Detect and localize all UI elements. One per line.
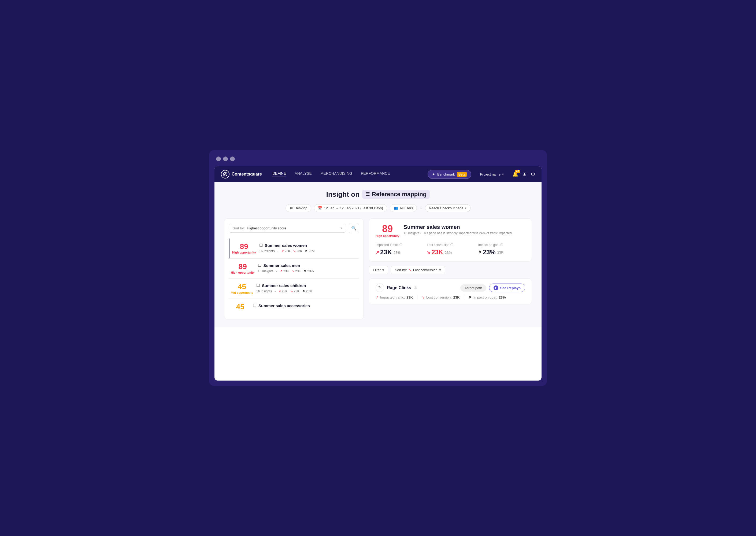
flag-icon: ⚑ bbox=[302, 289, 305, 293]
insight-actions: Target path ▶ See Replays bbox=[460, 284, 525, 292]
add-filter-button[interactable]: + bbox=[420, 206, 422, 211]
page-name-3: Summer sales children bbox=[262, 283, 306, 288]
chevron-down-icon: ▾ bbox=[502, 172, 504, 176]
arrow-up-icon: ↗ bbox=[278, 289, 281, 293]
insight-header: 🖱 Rage Clicks ⓘ Target path ▶ See Replay… bbox=[376, 284, 525, 292]
stat1-val-1: 23K bbox=[285, 249, 290, 253]
nav-links: DEFINE ANALYSE MERCHANDISING PERFORMANCE bbox=[272, 171, 419, 177]
title-prefix: Insight on bbox=[326, 190, 360, 199]
insight-metric-1: ↗ Impacted traffic: 23K bbox=[376, 295, 417, 299]
metric-label-2: Lost conversion ⓘ bbox=[427, 243, 474, 247]
browser-dot-2 bbox=[223, 156, 228, 161]
page-icon-1: ☐ bbox=[259, 243, 263, 248]
metric-label-text-3: Impact on goal bbox=[478, 243, 499, 247]
flag-icon: ⚑ bbox=[468, 295, 472, 299]
page-info-1: ☐ Summer sales women 16 Insights - ↗ 23K bbox=[259, 243, 357, 253]
score-col-3: 45 Mid opportunity bbox=[231, 283, 253, 294]
arrow-up-icon: ↗ bbox=[281, 249, 284, 253]
filters-row: 🖥 Desktop 📅 12 Jan → 12 Feb 2021 (Last 3… bbox=[224, 204, 532, 212]
nav-link-analyse[interactable]: ANALYSE bbox=[294, 171, 312, 177]
metric-main-val-2: 23K bbox=[431, 249, 443, 256]
insight-sort-button[interactable]: Sort by: ↘ Lost conversion ▾ bbox=[391, 266, 445, 274]
flag-icon-3: ⚑ bbox=[478, 250, 482, 254]
info-icon-1[interactable]: ⓘ bbox=[399, 243, 402, 247]
nav-logo[interactable]: Contentsquare bbox=[221, 170, 264, 179]
arrow-down-icon: ↘ bbox=[422, 295, 425, 299]
arrow-down-icon: ↘ bbox=[292, 269, 294, 273]
metric-block-3: Impact on goal ⓘ ⚑ 23% 23K bbox=[478, 243, 525, 256]
sort-select[interactable]: Sort by: Highest opportunity score ▾ bbox=[229, 224, 346, 233]
score-num-3: 45 bbox=[231, 283, 253, 290]
info-icon-2[interactable]: ⓘ bbox=[450, 243, 453, 247]
info-icon-3[interactable]: ⓘ bbox=[500, 243, 503, 247]
chevron-down-icon: ▾ bbox=[465, 206, 466, 210]
left-panel: Sort by: Highest opportunity score ▾ 🔍 8… bbox=[224, 218, 363, 319]
date-filter[interactable]: 📅 12 Jan → 12 Feb 2021 (Last 30 Days) bbox=[314, 204, 387, 212]
page-icon-4: ☐ bbox=[253, 303, 256, 308]
metric-value-3: ⚑ 23% 23K bbox=[478, 249, 525, 256]
score-num-1: 89 bbox=[232, 243, 256, 250]
target-path-button[interactable]: Target path bbox=[460, 285, 486, 291]
stat1-val-2: 23K bbox=[283, 269, 289, 273]
page-item-3[interactable]: 45 Mid opportunity ☐ Summer sales childr… bbox=[229, 279, 359, 299]
grid-icon[interactable]: ⊞ bbox=[523, 171, 527, 177]
project-name: Project name bbox=[480, 172, 500, 176]
nav-link-performance[interactable]: PERFORMANCE bbox=[361, 171, 390, 177]
detail-info: Summer sales women 16 Insights - This pa… bbox=[404, 224, 512, 235]
goal-filter[interactable]: Reach Checkout page ▾ bbox=[425, 204, 471, 212]
nav-link-define[interactable]: DEFINE bbox=[272, 171, 286, 177]
score-col-1: 89 High opportunity bbox=[232, 243, 256, 254]
page-title: Insight on ☰ Reference mapping bbox=[326, 190, 430, 199]
insight-metric-3: ⚑ Impact on goal: 23% bbox=[464, 295, 510, 299]
arrow-down-icon: ↘ bbox=[293, 249, 296, 253]
detail-subtitle: 16 Insights - This page has is strongly … bbox=[404, 231, 512, 235]
insight-metric-label-1: Impacted traffic: bbox=[380, 295, 405, 299]
sort-label: Sort by: bbox=[233, 226, 245, 230]
detail-header: 89 High opportunity Summer sales women 1… bbox=[376, 224, 525, 237]
audience-filter[interactable]: 👥 All users bbox=[390, 204, 417, 212]
detail-score-label: High opportunity bbox=[376, 234, 399, 237]
page-item-1[interactable]: 89 High opportunity ☐ Summer sales women… bbox=[229, 239, 359, 259]
nav-link-merchandising[interactable]: MERCHANDISING bbox=[320, 171, 352, 177]
nav-benchmark-button[interactable]: ✦ Benchmark Beta bbox=[428, 170, 471, 179]
page-item-2[interactable]: 89 High opportunity ☐ Summer sales men 1… bbox=[229, 259, 359, 279]
insight-info-icon[interactable]: ⓘ bbox=[414, 286, 417, 290]
page-item-4[interactable]: 45 ☐ Summer sales accessories bbox=[229, 299, 359, 315]
notification-count: 42 bbox=[515, 170, 520, 173]
page-stats-2: 16 Insights - ↗ 23K ↘ 23K bbox=[258, 269, 357, 273]
search-button[interactable]: 🔍 bbox=[349, 223, 359, 233]
arrow-down-icon: ↘ bbox=[290, 289, 293, 293]
see-replays-button[interactable]: ▶ See Replays bbox=[489, 284, 525, 292]
sort-label: Sort by: bbox=[395, 268, 407, 272]
right-panel: 89 High opportunity Summer sales women 1… bbox=[369, 218, 532, 304]
page-icon-2: ☐ bbox=[258, 263, 261, 268]
device-filter[interactable]: 🖥 Desktop bbox=[286, 204, 312, 212]
metric-label-text-1: Impacted Traffic bbox=[376, 243, 398, 247]
settings-icon[interactable]: ⚙ bbox=[531, 171, 535, 177]
title-badge: ☰ Reference mapping bbox=[362, 190, 430, 199]
stat2-val-1: 23K bbox=[296, 249, 302, 253]
notification-bell[interactable]: 🔔 42 bbox=[512, 171, 518, 177]
detail-card: 89 High opportunity Summer sales women 1… bbox=[369, 218, 532, 262]
metric-arrow-up-icon: ↗ bbox=[376, 250, 379, 255]
score-num-2: 89 bbox=[231, 263, 255, 270]
stat3-val-1: 23% bbox=[309, 249, 315, 253]
filter-button[interactable]: Filter ▾ bbox=[369, 266, 388, 274]
opportunity-label-2: High opportunity bbox=[231, 271, 255, 274]
page-name-1: Summer sales women bbox=[265, 243, 307, 248]
insight-metric-val-3: 23% bbox=[499, 295, 506, 299]
arrow-up-icon: ↗ bbox=[376, 295, 379, 299]
sort-value: Highest opportunity score bbox=[247, 226, 286, 230]
browser-dots bbox=[215, 155, 541, 162]
nav-project-selector[interactable]: Project name ▾ bbox=[480, 172, 504, 176]
metric-main-val-1: 23K bbox=[380, 249, 392, 256]
page-info-3: ☐ Summer sales children 16 Insights - ↗ … bbox=[256, 283, 357, 293]
insight-filter-bar: Filter ▾ Sort by: ↘ Lost conversion ▾ bbox=[369, 266, 532, 274]
logo-text: Contentsquare bbox=[232, 172, 262, 177]
opportunity-label-3: Mid opportunity bbox=[231, 291, 253, 294]
score-col-2: 89 High opportunity bbox=[231, 263, 255, 274]
page-name-2: Summer sales men bbox=[263, 263, 300, 268]
insight-metric-val-1: 23K bbox=[406, 295, 413, 299]
metric-label-text-2: Lost conversion bbox=[427, 243, 449, 247]
filter-label: Filter bbox=[373, 268, 381, 272]
